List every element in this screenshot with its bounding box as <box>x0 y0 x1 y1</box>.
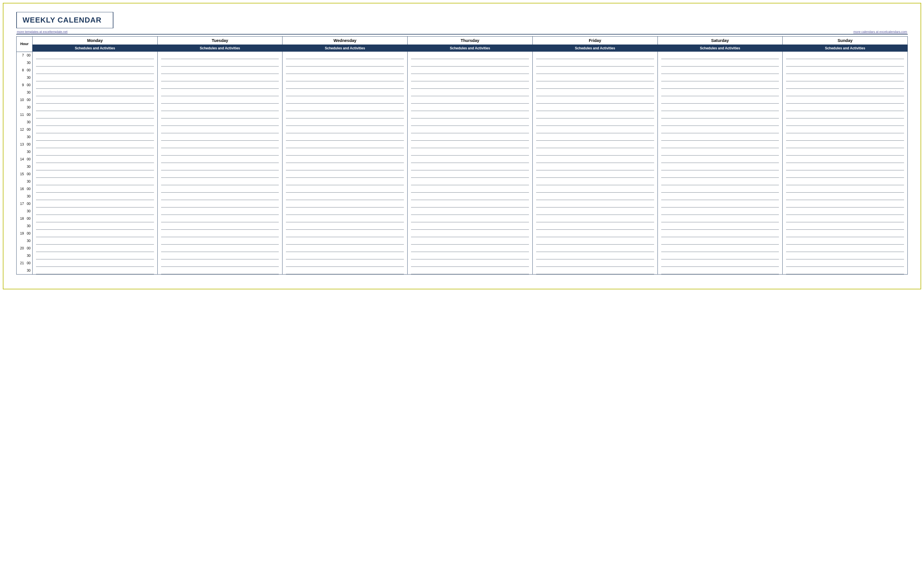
schedule-slot[interactable] <box>783 59 908 66</box>
schedule-slot[interactable] <box>282 245 408 252</box>
schedule-slot[interactable] <box>408 89 533 96</box>
schedule-slot[interactable] <box>783 259 908 267</box>
schedule-slot[interactable] <box>282 89 408 96</box>
schedule-slot[interactable] <box>532 141 657 148</box>
schedule-slot[interactable] <box>33 215 158 222</box>
schedule-slot[interactable] <box>532 230 657 237</box>
schedule-slot[interactable] <box>783 89 908 96</box>
schedule-slot[interactable] <box>783 215 908 222</box>
schedule-slot[interactable] <box>33 59 158 66</box>
schedule-slot[interactable] <box>783 103 908 111</box>
schedule-slot[interactable] <box>657 111 783 118</box>
schedule-slot[interactable] <box>408 74 533 81</box>
schedule-slot[interactable] <box>657 163 783 171</box>
schedule-slot[interactable] <box>33 148 158 156</box>
schedule-slot[interactable] <box>282 96 408 103</box>
schedule-slot[interactable] <box>657 118 783 126</box>
schedule-slot[interactable] <box>158 163 282 171</box>
schedule-slot[interactable] <box>408 215 533 222</box>
schedule-slot[interactable] <box>282 111 408 118</box>
schedule-slot[interactable] <box>33 267 158 274</box>
schedule-slot[interactable] <box>783 118 908 126</box>
schedule-slot[interactable] <box>783 74 908 81</box>
schedule-slot[interactable] <box>282 103 408 111</box>
schedule-slot[interactable] <box>33 126 158 133</box>
schedule-slot[interactable] <box>33 245 158 252</box>
schedule-slot[interactable] <box>158 96 282 103</box>
schedule-slot[interactable] <box>282 230 408 237</box>
schedule-slot[interactable] <box>33 200 158 208</box>
schedule-slot[interactable] <box>408 245 533 252</box>
schedule-slot[interactable] <box>282 259 408 267</box>
schedule-slot[interactable] <box>33 156 158 163</box>
schedule-slot[interactable] <box>657 178 783 185</box>
schedule-slot[interactable] <box>158 66 282 74</box>
schedule-slot[interactable] <box>33 81 158 89</box>
schedule-slot[interactable] <box>158 156 282 163</box>
schedule-slot[interactable] <box>33 222 158 230</box>
schedule-slot[interactable] <box>282 178 408 185</box>
schedule-slot[interactable] <box>33 74 158 81</box>
schedule-slot[interactable] <box>408 59 533 66</box>
schedule-slot[interactable] <box>657 66 783 74</box>
schedule-slot[interactable] <box>158 215 282 222</box>
schedule-slot[interactable] <box>532 245 657 252</box>
schedule-slot[interactable] <box>282 171 408 178</box>
schedule-slot[interactable] <box>657 237 783 245</box>
schedule-slot[interactable] <box>532 118 657 126</box>
schedule-slot[interactable] <box>158 259 282 267</box>
schedule-slot[interactable] <box>158 89 282 96</box>
schedule-slot[interactable] <box>408 111 533 118</box>
schedule-slot[interactable] <box>282 81 408 89</box>
schedule-slot[interactable] <box>158 208 282 215</box>
schedule-slot[interactable] <box>158 267 282 274</box>
schedule-slot[interactable] <box>282 141 408 148</box>
schedule-slot[interactable] <box>33 230 158 237</box>
schedule-slot[interactable] <box>282 156 408 163</box>
schedule-slot[interactable] <box>408 163 533 171</box>
schedule-slot[interactable] <box>408 222 533 230</box>
schedule-slot[interactable] <box>408 178 533 185</box>
schedule-slot[interactable] <box>532 126 657 133</box>
schedule-slot[interactable] <box>532 178 657 185</box>
schedule-slot[interactable] <box>33 133 158 141</box>
schedule-slot[interactable] <box>282 185 408 193</box>
templates-link[interactable]: more templates at exceltemplate.net <box>17 30 68 33</box>
schedule-slot[interactable] <box>783 111 908 118</box>
schedule-slot[interactable] <box>33 111 158 118</box>
schedule-slot[interactable] <box>158 59 282 66</box>
schedule-slot[interactable] <box>532 267 657 274</box>
schedule-slot[interactable] <box>783 237 908 245</box>
schedule-slot[interactable] <box>532 237 657 245</box>
schedule-slot[interactable] <box>158 193 282 200</box>
schedule-slot[interactable] <box>158 252 282 259</box>
schedule-slot[interactable] <box>657 133 783 141</box>
schedule-slot[interactable] <box>158 81 282 89</box>
schedule-slot[interactable] <box>33 118 158 126</box>
schedule-slot[interactable] <box>783 66 908 74</box>
schedule-slot[interactable] <box>657 185 783 193</box>
schedule-slot[interactable] <box>282 252 408 259</box>
schedule-slot[interactable] <box>282 74 408 81</box>
schedule-slot[interactable] <box>532 163 657 171</box>
schedule-slot[interactable] <box>783 163 908 171</box>
schedule-slot[interactable] <box>408 193 533 200</box>
schedule-slot[interactable] <box>282 148 408 156</box>
schedule-slot[interactable] <box>783 267 908 274</box>
schedule-slot[interactable] <box>282 133 408 141</box>
schedule-slot[interactable] <box>408 81 533 89</box>
schedule-slot[interactable] <box>657 141 783 148</box>
schedule-slot[interactable] <box>532 252 657 259</box>
schedule-slot[interactable] <box>657 74 783 81</box>
schedule-slot[interactable] <box>532 111 657 118</box>
schedule-slot[interactable] <box>532 185 657 193</box>
schedule-slot[interactable] <box>408 118 533 126</box>
schedule-slot[interactable] <box>282 52 408 59</box>
schedule-slot[interactable] <box>783 222 908 230</box>
schedule-slot[interactable] <box>33 141 158 148</box>
schedule-slot[interactable] <box>657 81 783 89</box>
schedule-slot[interactable] <box>532 156 657 163</box>
schedule-slot[interactable] <box>33 185 158 193</box>
schedule-slot[interactable] <box>657 59 783 66</box>
schedule-slot[interactable] <box>783 81 908 89</box>
